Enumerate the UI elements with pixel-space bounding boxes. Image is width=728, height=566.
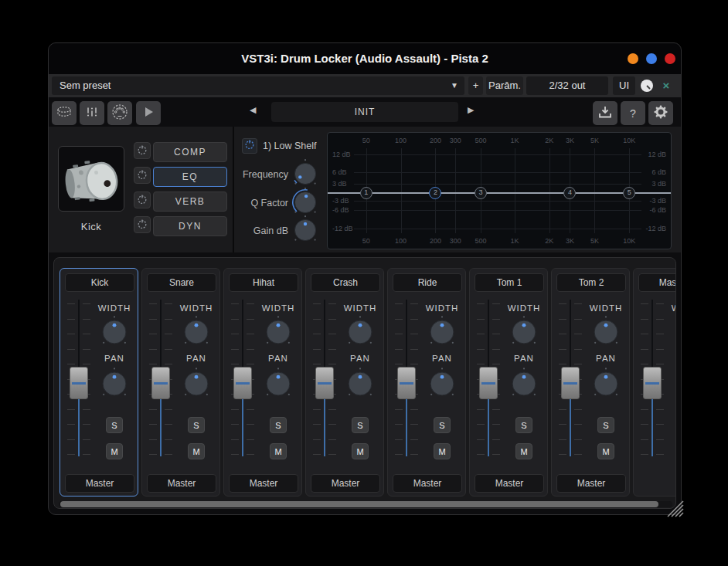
eq-band-selector[interactable]: 1) Low Shelf	[263, 141, 316, 151]
help-button[interactable]: ?	[621, 101, 645, 125]
patch-name-field[interactable]: INIT	[271, 102, 458, 122]
pan-knob[interactable]	[589, 367, 623, 401]
mute-button[interactable]: M	[352, 443, 369, 459]
solo-button[interactable]: S	[270, 417, 287, 433]
width-knob[interactable]	[671, 315, 676, 349]
output-route-button[interactable]: Master	[311, 474, 380, 493]
channel-strip-crash[interactable]: CrashWIDTHPANSMMaster	[305, 268, 384, 497]
preview-play-button[interactable]	[136, 101, 161, 125]
volume-fader[interactable]	[470, 269, 507, 497]
width-knob[interactable]	[343, 315, 377, 349]
volume-fader[interactable]	[634, 269, 671, 497]
solo-button[interactable]: S	[515, 417, 532, 433]
mute-button[interactable]: M	[597, 443, 614, 459]
output-route-button[interactable]: Master	[65, 474, 134, 493]
pan-knob[interactable]	[671, 367, 676, 401]
width-knob[interactable]	[589, 315, 623, 349]
dyn-bypass-toggle[interactable]	[134, 216, 151, 233]
solo-button[interactable]: S	[188, 417, 205, 433]
fader-handle[interactable]	[561, 367, 580, 399]
fader-handle[interactable]	[315, 367, 334, 399]
comp-bypass-toggle[interactable]	[134, 142, 151, 159]
width-knob[interactable]	[179, 315, 213, 349]
channel-strip-tom-2[interactable]: Tom 2WIDTHPANSMMaster	[551, 268, 630, 497]
traffic-light-red[interactable]	[665, 53, 675, 64]
traffic-light-blue[interactable]	[646, 53, 657, 64]
volume-fader[interactable]	[142, 269, 179, 497]
mute-button[interactable]: M	[106, 443, 123, 459]
settings-button[interactable]	[648, 101, 673, 125]
width-knob[interactable]	[425, 315, 459, 349]
mute-button[interactable]: M	[188, 443, 205, 459]
output-route-button[interactable]: Master	[556, 474, 626, 493]
channel-strip-hihat[interactable]: HihatWIDTHPANSMMaster	[223, 268, 302, 497]
fader-handle[interactable]	[233, 367, 252, 399]
kit-piece-image[interactable]	[58, 146, 124, 212]
fader-handle[interactable]	[70, 367, 88, 399]
width-knob[interactable]	[97, 315, 131, 349]
solo-button[interactable]: S	[597, 417, 614, 433]
preset-dropdown[interactable]: Sem preset ▼	[52, 76, 464, 95]
output-route-button[interactable]: Master	[393, 474, 462, 493]
drum-kit-button[interactable]	[52, 101, 77, 125]
output-route-button[interactable]: Master	[229, 474, 298, 493]
prev-patch-button[interactable]: ◀	[250, 105, 256, 115]
horizontal-scrollbar[interactable]	[59, 501, 672, 507]
fader-handle[interactable]	[479, 367, 498, 399]
eq-bypass-toggle[interactable]	[134, 167, 151, 184]
mute-button[interactable]: M	[434, 443, 451, 459]
fader-handle[interactable]	[151, 367, 170, 399]
output-route-button[interactable]: Master	[147, 474, 216, 493]
volume-fader[interactable]	[306, 269, 343, 497]
midi-button[interactable]	[107, 101, 132, 125]
volume-fader[interactable]	[552, 269, 589, 497]
eq-band-node-1[interactable]: 1	[360, 187, 373, 199]
channel-strip-kick[interactable]: KickWIDTHPANSMMaster	[60, 268, 138, 497]
mute-button[interactable]: M	[270, 443, 287, 459]
volume-fader[interactable]	[224, 269, 261, 497]
close-icon[interactable]: ×	[659, 78, 673, 93]
channel-strip-master[interactable]: MasterWIDTHPAN	[633, 268, 676, 497]
verb-bypass-toggle[interactable]	[134, 191, 151, 208]
eq-band-node-2[interactable]: 2	[429, 187, 441, 199]
output-route-button[interactable]: Master	[475, 474, 544, 493]
params-button[interactable]: Parâm.	[486, 76, 523, 95]
fader-handle[interactable]	[643, 367, 662, 399]
channel-strip-ride[interactable]: RideWIDTHPANSMMaster	[387, 268, 466, 497]
save-button[interactable]	[593, 101, 617, 125]
pan-knob[interactable]	[343, 367, 377, 401]
scrollbar-thumb[interactable]	[60, 501, 658, 507]
add-preset-button[interactable]: +	[468, 76, 483, 95]
volume-fader[interactable]	[60, 269, 97, 497]
eq-band-enable-toggle[interactable]	[242, 138, 257, 154]
pan-knob[interactable]	[261, 367, 295, 401]
gain-db-knob[interactable]	[290, 215, 321, 246]
width-knob[interactable]	[261, 315, 295, 349]
pan-knob[interactable]	[507, 367, 541, 401]
pan-knob[interactable]	[425, 367, 459, 401]
frequency-knob[interactable]	[290, 158, 321, 189]
solo-button[interactable]: S	[352, 417, 369, 433]
channel-strip-tom-1[interactable]: Tom 1WIDTHPANSMMaster	[469, 268, 548, 497]
next-patch-button[interactable]: ▶	[468, 105, 474, 115]
width-knob[interactable]	[507, 315, 541, 349]
fader-handle[interactable]	[397, 367, 416, 399]
resize-handle[interactable]	[665, 499, 684, 517]
volume-fader[interactable]	[388, 269, 425, 497]
channel-strip-snare[interactable]: SnareWIDTHPANSMMaster	[141, 268, 220, 497]
eq-band-node-3[interactable]: 3	[475, 187, 487, 199]
eq-graph[interactable]: 50501001002002003003005005001K1K2K2K3K3K…	[327, 132, 672, 249]
title-bar[interactable]: VST3i: Drum Locker (Audio Assault) - Pis…	[49, 43, 681, 74]
pan-knob[interactable]	[179, 367, 213, 401]
q-factor-knob[interactable]	[290, 187, 321, 218]
eq-band-node-5[interactable]: 5	[623, 187, 635, 199]
eq-band-node-4[interactable]: 4	[563, 187, 576, 199]
solo-button[interactable]: S	[106, 417, 123, 433]
pan-knob[interactable]	[97, 367, 131, 401]
knob-icon[interactable]	[640, 79, 654, 93]
ui-button[interactable]: UI	[613, 76, 635, 95]
mixer-view-button[interactable]	[80, 101, 104, 125]
comp-tab-button[interactable]: COMP	[153, 142, 227, 162]
solo-button[interactable]: S	[434, 417, 451, 433]
mute-button[interactable]: M	[515, 443, 532, 459]
